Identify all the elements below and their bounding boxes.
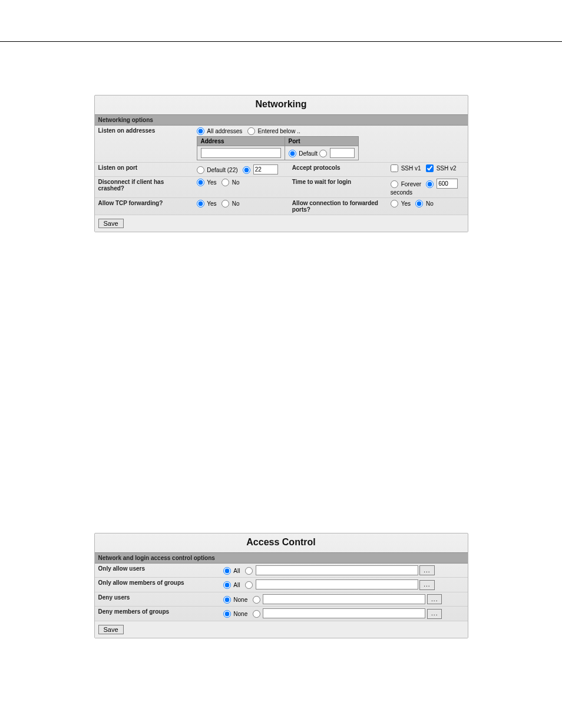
deny-users-label: Deny users [95,592,220,607]
fwd-ports-label: Allow connection to forwarded ports? [289,197,387,215]
only-allow-groups-all-label: All [233,582,240,588]
listen-addresses-table: Address Port Default [197,136,359,160]
access-form: Only allow users All ... Only allow memb… [95,564,468,621]
port-header: Port [285,137,358,146]
address-input[interactable] [201,148,281,158]
access-control-panel: Access Control Network and login access … [94,533,468,638]
disconnect-crash-label: Disconnect if client has crashed? [95,177,193,198]
listen-port-default-radio[interactable] [197,166,204,174]
addr-port-default-radio[interactable] [289,150,296,157]
deny-users-custom-radio[interactable] [253,596,260,604]
deny-groups-none-radio[interactable] [223,610,231,618]
only-allow-users-custom-radio[interactable] [245,567,253,575]
fwd-yes-radio[interactable] [391,200,398,207]
networking-title: Networking [95,95,468,114]
disconnect-yes-label: Yes [207,179,216,186]
listen-addresses-all-label: All addresses [207,128,242,134]
ssh-v2-label: SSH v2 [437,165,457,172]
tcp-yes-radio[interactable] [197,200,204,207]
disconnect-yes-radio[interactable] [197,179,204,186]
deny-groups-custom-radio[interactable] [253,610,260,618]
listen-port-default-label: Default (22) [207,167,237,173]
listen-port-input[interactable] [253,164,278,174]
networking-options-head: Networking options [95,114,468,126]
only-allow-users-input[interactable] [256,565,418,575]
deny-groups-label: Deny members of groups [95,607,220,621]
access-save-button[interactable]: Save [98,625,124,634]
addr-port-default-label: Default [299,150,318,157]
networking-save-button[interactable]: Save [98,219,124,228]
ssh-v1-checkbox[interactable] [391,164,398,172]
accept-protocols-label: Accept protocols [289,163,387,177]
addr-port-custom-radio[interactable] [319,150,327,157]
access-section-head: Network and login access control options [95,552,468,564]
only-allow-users-label: Only allow users [95,564,220,578]
only-allow-groups-label: Only allow members of groups [95,578,220,592]
deny-groups-input[interactable] [263,608,425,618]
tcp-forward-label: Allow TCP forwarding? [95,197,193,215]
only-allow-groups-custom-radio[interactable] [245,581,253,589]
listen-addresses-label: Listen on addresses [95,126,193,163]
ssh-v1-label: SSH v1 [401,165,421,172]
only-allow-users-browse-button[interactable]: ... [419,565,434,575]
deny-users-browse-button[interactable]: ... [427,594,442,604]
time-forever-label: Forever [401,181,421,187]
listen-port-label: Listen on port [95,163,193,177]
only-allow-groups-browse-button[interactable]: ... [419,580,434,590]
listen-port-custom-radio[interactable] [243,166,250,174]
fwd-yes-label: Yes [401,200,411,207]
tcp-yes-label: Yes [207,200,216,207]
listen-addresses-entered-radio[interactable] [247,127,255,135]
deny-groups-browse-button[interactable]: ... [427,609,442,619]
networking-form: Listen on addresses All addresses Entere… [95,126,468,215]
only-allow-users-all-radio[interactable] [223,567,231,575]
deny-users-none-radio[interactable] [223,596,231,604]
deny-users-none-label: None [233,597,247,603]
ssh-v2-checkbox[interactable] [426,164,434,172]
networking-panel: Networking Networking options Listen on … [94,95,468,232]
only-allow-groups-input[interactable] [256,579,418,589]
only-allow-users-all-label: All [233,568,240,574]
only-allow-groups-all-radio[interactable] [223,581,231,589]
addr-port-input[interactable] [330,148,355,158]
deny-users-input[interactable] [263,594,425,604]
address-header: Address [197,137,285,146]
fwd-no-label: No [426,200,434,207]
time-seconds-input[interactable] [437,179,458,189]
deny-groups-none-label: None [233,611,247,617]
time-wait-label: Time to wait for login [289,177,387,198]
time-forever-radio[interactable] [391,180,398,188]
listen-addresses-all-radio[interactable] [197,127,204,135]
tcp-no-label: No [232,200,240,207]
time-seconds-unit: seconds [391,189,412,196]
time-seconds-radio[interactable] [426,180,434,188]
fwd-no-radio[interactable] [415,200,423,207]
disconnect-no-label: No [232,179,240,186]
tcp-no-radio[interactable] [222,200,229,207]
listen-addresses-entered-label: Entered below .. [257,128,300,134]
disconnect-no-radio[interactable] [222,179,229,186]
access-title: Access Control [95,533,468,552]
